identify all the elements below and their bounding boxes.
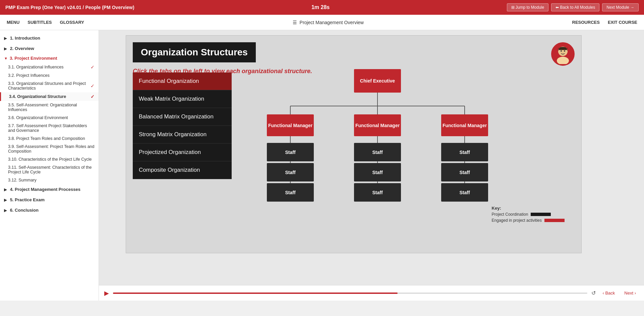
staff-2-3-box: Staff bbox=[354, 183, 401, 202]
sidebar-item-5[interactable]: ▶ 5. Practice Exam bbox=[0, 195, 99, 205]
sidebar-item-3-9[interactable]: 3.9. Self-Assessment: Project Team Roles… bbox=[0, 143, 99, 155]
sidebar-label-3-6: 3.6. Organizational Environment bbox=[8, 115, 68, 120]
sidebar-item-3-12[interactable]: 3.12. Summary bbox=[0, 176, 99, 184]
staff-1-1-label: Staff bbox=[285, 150, 295, 155]
fm3-label: Functional Manager bbox=[443, 123, 487, 128]
avatar-icon bbox=[553, 44, 573, 64]
chief-executive-box: Chief Executive bbox=[354, 69, 401, 93]
timer: 1m 28s bbox=[311, 4, 330, 10]
arrow-icon-6: ▶ bbox=[4, 208, 7, 212]
org-chart: Chief Executive Functional Manager Funct… bbox=[240, 66, 575, 240]
tab-functional-organization[interactable]: Functional Organization bbox=[133, 72, 232, 90]
refresh-icon[interactable]: ↺ bbox=[591, 290, 596, 296]
sidebar-item-introduction[interactable]: ▶ 1. Introduction bbox=[0, 33, 99, 43]
check-icon-3-3: ✓ bbox=[91, 83, 95, 89]
page-title-text: Project Management Overview bbox=[300, 20, 364, 25]
tab-label-5: Composite Organization bbox=[139, 167, 200, 173]
menu-link[interactable]: MENU bbox=[7, 20, 19, 25]
jump-to-module-button[interactable]: ⊞ Jump to Module bbox=[507, 3, 549, 11]
staff-1-3-label: Staff bbox=[285, 190, 295, 195]
key-title: Key: bbox=[492, 206, 565, 211]
sidebar-label-4: 4. Project Management Processes bbox=[10, 187, 80, 192]
arrow-icon-4: ▶ bbox=[4, 188, 7, 192]
sidebar-item-3-3[interactable]: 3.3. Organizational Structures and Proje… bbox=[0, 80, 99, 92]
sidebar-item-3-8[interactable]: 3.8. Project Team Roles and Composition bbox=[0, 135, 99, 143]
sidebar-label-3-10: 3.10. Characteristics of the Project Lif… bbox=[8, 157, 92, 162]
tabs-list: Functional Organization Weak Matrix Orga… bbox=[133, 72, 232, 179]
course-title: PMP Exam Prep (One Year) v24.01 / People… bbox=[5, 5, 134, 10]
key-row-1: Project Coordination bbox=[492, 212, 565, 217]
tab-strong-matrix[interactable]: Strong Matrix Organization bbox=[133, 126, 232, 144]
slide-title-bar: Organization Structures bbox=[133, 42, 256, 62]
key-label-2: Engaged in project activities bbox=[492, 218, 542, 223]
next-button[interactable]: Next › bbox=[622, 289, 639, 297]
tab-label-2: Balanced Matrix Organization bbox=[139, 113, 214, 120]
sidebar-label-5: 5. Practice Exam bbox=[10, 197, 45, 202]
sidebar-label-3-3: 3.3. Organizational Structures and Proje… bbox=[8, 81, 91, 91]
avatar bbox=[551, 42, 575, 66]
sidebar-label-2: 2. Overview bbox=[10, 46, 34, 51]
staff-2-2-label: Staff bbox=[372, 170, 383, 175]
arrow-icon-5: ▶ bbox=[4, 198, 7, 202]
sidebar-item-3-6[interactable]: 3.6. Organizational Environment bbox=[0, 114, 99, 122]
sidebar-item-4[interactable]: ▶ 4. Project Management Processes bbox=[0, 184, 99, 195]
slide-title: Organization Structures bbox=[141, 47, 248, 57]
sidebar-label-3-9: 3.9. Self-Assessment: Project Team Roles… bbox=[8, 144, 95, 154]
sidebar-item-3-1[interactable]: 3.1. Organizational Influences ✓ bbox=[0, 63, 99, 71]
functional-manager-2-box: Functional Manager bbox=[354, 114, 401, 136]
next-module-button[interactable]: Next Module → bbox=[602, 3, 639, 11]
staff-3-2-label: Staff bbox=[459, 170, 470, 175]
back-button[interactable]: ‹ Back bbox=[600, 289, 618, 297]
tab-label-1: Weak Matrix Organization bbox=[139, 96, 204, 102]
key-swatch-dark bbox=[531, 213, 551, 216]
resources-link[interactable]: RESOURCES bbox=[572, 20, 600, 25]
sidebar-label-3-8: 3.8. Project Team Roles and Composition bbox=[8, 136, 85, 141]
sidebar-item-overview[interactable]: ▶ 2. Overview bbox=[0, 43, 99, 54]
glossary-link[interactable]: GLOSSARY bbox=[60, 20, 84, 25]
sidebar-item-3-2[interactable]: 3.2. Project Influences bbox=[0, 71, 99, 80]
sidebar-item-3-4[interactable]: 3.4. Organizational Structure ✓ bbox=[0, 92, 99, 101]
functional-manager-1-box: Functional Manager bbox=[267, 114, 314, 136]
tab-label-0: Functional Organization bbox=[139, 78, 199, 84]
sidebar-section-3-header[interactable]: ▼ 3. Project Environment bbox=[0, 54, 99, 63]
svg-point-1 bbox=[557, 57, 569, 64]
key-label-1: Project Coordination bbox=[492, 212, 528, 217]
tab-weak-matrix[interactable]: Weak Matrix Organization bbox=[133, 90, 232, 108]
sub-header: MENU SUBTITLES GLOSSARY ☰ Project Manage… bbox=[0, 15, 644, 30]
tab-composite[interactable]: Composite Organization bbox=[133, 161, 232, 179]
sidebar-label-6: 6. Conclusion bbox=[10, 208, 39, 213]
staff-3-2-box: Staff bbox=[441, 163, 488, 181]
staff-2-2-box: Staff bbox=[354, 163, 401, 181]
sidebar-label-3-7: 3.7. Self Assessment Project Stakeholder… bbox=[8, 123, 95, 133]
hamburger-icon: ☰ bbox=[293, 20, 297, 25]
staff-2-1-box: Staff bbox=[354, 143, 401, 161]
nav-links: MENU SUBTITLES GLOSSARY bbox=[7, 20, 84, 25]
staff-2-3-label: Staff bbox=[372, 190, 383, 195]
back-to-modules-button[interactable]: ⬅ Back to All Modules bbox=[551, 3, 599, 11]
sidebar-label-3-5: 3.5. Self-Assessment: Organizational Inf… bbox=[8, 103, 95, 112]
progress-bar-fill bbox=[113, 293, 398, 294]
bottom-bar: ▶ ↺ ‹ Back Next › bbox=[99, 285, 644, 301]
play-button[interactable]: ▶ bbox=[104, 289, 109, 297]
tab-balanced-matrix[interactable]: Balanced Matrix Organization bbox=[133, 108, 232, 126]
sidebar-item-3-10[interactable]: 3.10. Characteristics of the Project Lif… bbox=[0, 155, 99, 163]
slide: Organization Structures Click the tabs o… bbox=[126, 35, 582, 253]
exit-course-link[interactable]: EXIT COURSE bbox=[608, 20, 637, 25]
sidebar-item-3-5[interactable]: 3.5. Self-Assessment: Organizational Inf… bbox=[0, 101, 99, 114]
right-links: RESOURCES EXIT COURSE bbox=[572, 20, 637, 25]
arrow-icon-2: ▶ bbox=[4, 47, 7, 51]
staff-2-1-label: Staff bbox=[372, 150, 383, 155]
check-icon-3-4: ✓ bbox=[91, 94, 95, 99]
progress-bar[interactable] bbox=[113, 293, 587, 294]
check-icon-3-1: ✓ bbox=[91, 64, 95, 70]
staff-3-3-label: Staff bbox=[459, 190, 470, 195]
sidebar-label-1: 1. Introduction bbox=[10, 36, 40, 41]
subtitles-link[interactable]: SUBTITLES bbox=[27, 20, 52, 25]
sidebar-label-3-1: 3.1. Organizational Influences bbox=[8, 65, 63, 69]
sidebar-item-3-11[interactable]: 3.11. Self-Assessment: Characteristics o… bbox=[0, 163, 99, 176]
tab-projectized[interactable]: Projectized Organization bbox=[133, 144, 232, 161]
key-row-2: Engaged in project activities bbox=[492, 218, 565, 223]
sidebar-item-3-7[interactable]: 3.7. Self Assessment Project Stakeholder… bbox=[0, 122, 99, 135]
staff-3-1-label: Staff bbox=[459, 150, 470, 155]
sidebar-item-6[interactable]: ▶ 6. Conclusion bbox=[0, 205, 99, 215]
